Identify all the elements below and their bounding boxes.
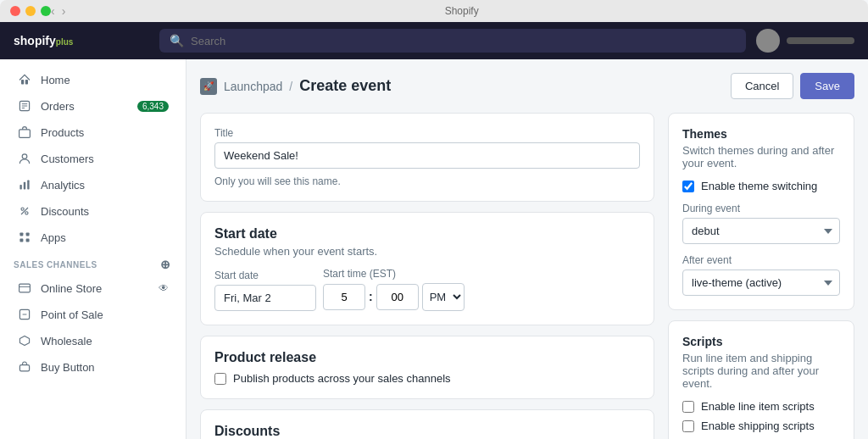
sidebar-label-home: Home: [41, 74, 70, 86]
sidebar-item-apps[interactable]: Apps: [3, 225, 182, 250]
svg-rect-15: [26, 232, 30, 236]
after-event-select[interactable]: live-theme (active) debut launch: [682, 270, 840, 296]
breadcrumb-separator: /: [289, 80, 292, 93]
start-time-field: Start time (EST) : AM PM: [323, 268, 465, 311]
svg-point-12: [25, 212, 28, 214]
sidebar-item-home[interactable]: Home: [3, 67, 182, 92]
side-column: Themes Switch themes during and after yo…: [668, 113, 854, 439]
logo-shopify: shopify: [14, 34, 56, 47]
analytics-icon: [17, 177, 32, 192]
title-card: Title Only you will see this name.: [200, 113, 654, 202]
main-content: 🚀 Launchpad / Create event Cancel Save T…: [186, 59, 868, 439]
search-bar[interactable]: 🔍: [159, 29, 746, 53]
svg-line-13: [21, 208, 28, 214]
svg-rect-9: [24, 182, 25, 190]
shipping-scripts-checkbox[interactable]: [682, 420, 694, 432]
time-colon: :: [369, 290, 373, 305]
wholesale-icon: [17, 333, 32, 348]
title-input[interactable]: [214, 142, 640, 169]
sidebar-item-orders[interactable]: Orders 6,343: [3, 93, 182, 119]
sidebar-label-wholesale: Wholesale: [41, 335, 92, 347]
pos-icon: [17, 307, 32, 322]
breadcrumb-parent[interactable]: Launchpad: [224, 80, 282, 93]
discounts-card-title: Discounts: [214, 424, 640, 439]
sidebar-item-discounts[interactable]: Discounts: [3, 198, 182, 224]
time-row: : AM PM: [323, 283, 465, 311]
start-date-subtitle: Schedule when your event starts.: [214, 245, 640, 258]
start-time-label: Start time (EST): [323, 268, 465, 280]
avatar: [756, 29, 780, 53]
enable-theme-row: Enable theme switching: [682, 180, 840, 192]
start-date-card: Start date Schedule when your event star…: [200, 212, 654, 325]
svg-rect-6: [19, 130, 31, 138]
line-item-scripts-checkbox[interactable]: [682, 401, 694, 413]
search-input[interactable]: [191, 35, 736, 47]
app-body: Home Orders 6,343 Products Customers A: [0, 59, 868, 439]
hour-input[interactable]: [323, 284, 365, 310]
svg-rect-0: [21, 80, 24, 85]
customers-icon: [17, 151, 32, 166]
sidebar-label-discounts: Discounts: [41, 205, 89, 218]
save-button[interactable]: Save: [800, 73, 854, 99]
maximize-button[interactable]: [41, 6, 51, 16]
start-date-input[interactable]: [214, 285, 316, 311]
sidebar-label-customers: Customers: [41, 153, 94, 165]
sidebar-item-analytics[interactable]: Analytics: [3, 172, 182, 197]
sales-channels-label: SALES CHANNELS ⊕: [0, 251, 186, 275]
shipping-scripts-label: Enable shipping scripts: [701, 420, 815, 432]
buy-button-icon: [17, 359, 32, 375]
enable-theme-label: Enable theme switching: [701, 180, 817, 192]
sidebar: Home Orders 6,343 Products Customers A: [0, 59, 186, 439]
start-date-title: Start date: [214, 226, 640, 242]
sidebar-item-customers[interactable]: Customers: [3, 146, 182, 171]
svg-rect-16: [19, 239, 23, 242]
product-release-label: Publish products across your sales chann…: [233, 372, 451, 385]
window-chrome: ‹ › Shopify: [0, 0, 868, 22]
svg-rect-10: [27, 180, 29, 189]
close-button[interactable]: [10, 6, 20, 16]
cancel-button[interactable]: Cancel: [731, 73, 793, 99]
line-item-scripts-row: Enable line item scripts: [682, 400, 840, 413]
sidebar-item-buy-button[interactable]: Buy Button: [3, 354, 182, 380]
during-event-select[interactable]: debut launch brooklyn: [682, 218, 840, 244]
sidebar-label-orders: Orders: [41, 100, 75, 113]
sidebar-item-products[interactable]: Products: [3, 119, 182, 145]
view-icon[interactable]: 👁: [159, 282, 169, 294]
sidebar-label-products: Products: [41, 126, 84, 139]
sidebar-item-online-store[interactable]: Online Store 👁: [3, 275, 182, 301]
minimize-button[interactable]: [25, 6, 36, 16]
back-button[interactable]: ‹: [51, 4, 55, 18]
add-channel-button[interactable]: ⊕: [159, 258, 172, 271]
themes-card: Themes Switch themes during and after yo…: [668, 113, 854, 310]
sidebar-label-apps: Apps: [41, 231, 66, 244]
minute-input[interactable]: [376, 284, 419, 310]
logo-plus: plus: [56, 37, 74, 47]
themes-title: Themes: [682, 127, 840, 141]
traffic-lights: [10, 6, 51, 16]
search-icon: 🔍: [170, 34, 184, 47]
during-event-label: During event: [682, 203, 840, 214]
product-release-checkbox[interactable]: [214, 373, 226, 385]
page-header: 🚀 Launchpad / Create event Cancel Save: [200, 73, 854, 99]
enable-theme-checkbox[interactable]: [682, 181, 694, 192]
sidebar-item-pos[interactable]: Point of Sale: [3, 302, 182, 327]
scripts-subtitle: Run line item and shipping scripts durin…: [682, 352, 840, 390]
svg-rect-14: [19, 232, 23, 236]
ampm-select[interactable]: AM PM: [422, 283, 465, 311]
sidebar-item-wholesale[interactable]: Wholesale: [3, 328, 182, 353]
svg-rect-18: [19, 284, 31, 292]
home-icon: [17, 72, 32, 87]
svg-point-7: [22, 154, 27, 159]
breadcrumb-current: Create event: [299, 77, 391, 95]
window-title: Shopify: [65, 5, 858, 17]
products-icon: [17, 125, 32, 140]
scripts-card: Scripts Run line item and shipping scrip…: [668, 320, 854, 439]
user-area: [756, 29, 854, 53]
start-date-field: Start date: [214, 270, 316, 311]
product-release-title: Product release: [214, 350, 640, 365]
themes-subtitle: Switch themes during and after your even…: [682, 144, 840, 169]
window-nav: ‹ ›: [51, 4, 65, 18]
orders-icon: [17, 98, 32, 114]
online-store-icon: [17, 281, 32, 296]
svg-point-11: [21, 208, 24, 210]
